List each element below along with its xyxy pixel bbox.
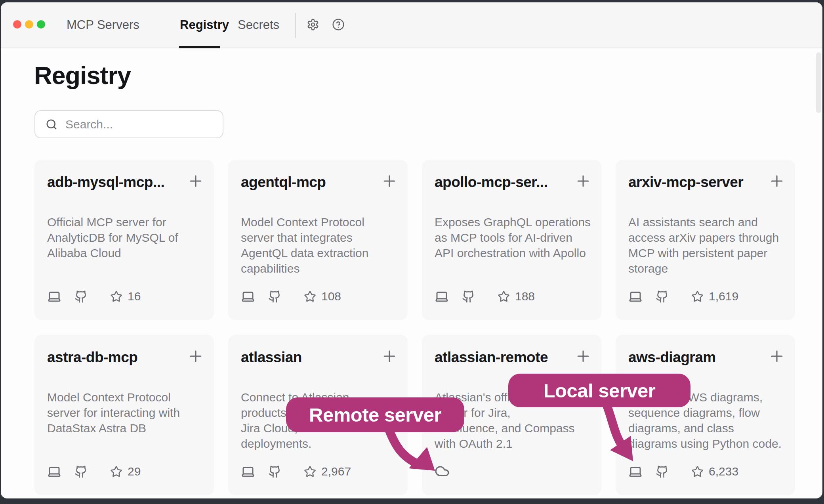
local-server-laptop-icon <box>628 289 643 304</box>
server-description: Model Context Protocol server that integ… <box>241 214 399 276</box>
server-card[interactable]: agentql-mcp Model Context Protocol serve… <box>228 160 408 320</box>
server-meta: 6,233 <box>628 464 738 479</box>
github-icon[interactable] <box>74 290 88 303</box>
server-description: Model Context Protocol server for intera… <box>47 389 206 436</box>
desktop-background: MCP Servers Registry Secrets Registry ad… <box>0 0 824 504</box>
add-server-button[interactable] <box>574 172 592 190</box>
star-count: 2,967 <box>321 465 351 478</box>
star-count: 6,233 <box>709 465 738 478</box>
add-server-button[interactable] <box>187 347 204 365</box>
tab-mcp-servers[interactable]: MCP Servers <box>67 2 139 48</box>
plus-icon <box>381 172 398 190</box>
github-icon[interactable] <box>268 465 281 478</box>
local-server-laptop-icon <box>241 289 255 304</box>
server-name: arxiv-mcp-server <box>628 174 743 191</box>
add-server-button[interactable] <box>574 347 592 365</box>
github-icon[interactable] <box>268 290 281 303</box>
search-box[interactable] <box>34 110 223 138</box>
add-server-button[interactable] <box>768 347 786 365</box>
plus-icon <box>574 172 592 190</box>
page-title: Registry <box>34 61 131 90</box>
star-icon <box>498 290 510 303</box>
server-name: atlassian <box>241 349 302 366</box>
server-name: agentql-mcp <box>241 174 326 191</box>
server-name: adb-mysql-mcp... <box>47 174 164 191</box>
server-card[interactable]: aws-diagram Generate AWS diagrams, seque… <box>616 335 795 495</box>
server-card[interactable]: adb-mysql-mcp... Official MCP server for… <box>34 160 214 320</box>
local-server-laptop-icon <box>435 289 449 304</box>
server-meta: 2,967 <box>241 464 351 479</box>
registry-card-grid: adb-mysql-mcp... Official MCP server for… <box>34 160 795 495</box>
search-icon <box>46 118 57 130</box>
server-meta: 1,619 <box>628 289 738 304</box>
star-count: 29 <box>128 465 141 478</box>
local-server-laptop-icon <box>628 464 643 479</box>
server-card[interactable]: astra-db-mcp Model Context Protocol serv… <box>34 335 214 495</box>
server-card[interactable]: apollo-mcp-ser... Exposes GraphQL operat… <box>422 160 601 320</box>
plus-icon <box>768 172 786 190</box>
server-card[interactable]: arxiv-mcp-server AI assistants search an… <box>616 160 795 320</box>
minimize-window-button[interactable] <box>25 20 33 29</box>
active-tab-indicator <box>179 46 220 48</box>
local-server-callout: Local server <box>508 374 690 407</box>
star-count: 108 <box>321 290 341 303</box>
server-description: Exposes GraphQL operations as MCP tools … <box>435 214 593 261</box>
github-icon[interactable] <box>74 465 88 478</box>
tab-secrets[interactable]: Secrets <box>238 2 279 48</box>
server-meta: 108 <box>241 289 341 304</box>
help-icon[interactable] <box>332 18 345 31</box>
server-meta <box>435 464 450 479</box>
plus-icon <box>768 347 786 365</box>
server-name: atlassian-remote <box>435 349 548 366</box>
search-input[interactable] <box>65 118 208 131</box>
star-icon <box>110 466 122 478</box>
tab-registry[interactable]: Registry <box>180 2 229 48</box>
vertical-scrollbar[interactable] <box>816 52 821 113</box>
app-window: MCP Servers Registry Secrets Registry ad… <box>1 2 822 498</box>
server-name: astra-db-mcp <box>47 349 137 366</box>
settings-gear-icon[interactable] <box>307 18 319 31</box>
star-icon <box>304 290 316 303</box>
add-server-button[interactable] <box>381 347 398 365</box>
add-server-button[interactable] <box>381 172 398 190</box>
local-server-laptop-icon <box>241 464 255 479</box>
remote-server-callout: Remote server <box>286 397 464 432</box>
toolbar-divider <box>295 13 296 38</box>
plus-icon <box>574 347 592 365</box>
plus-icon <box>381 347 398 365</box>
server-description: AI assistants search and access arXiv pa… <box>628 214 787 276</box>
server-name: apollo-mcp-ser... <box>435 174 548 191</box>
github-icon[interactable] <box>462 290 475 303</box>
close-window-button[interactable] <box>13 20 21 29</box>
plus-icon <box>187 172 204 190</box>
add-server-button[interactable] <box>187 172 204 190</box>
star-icon <box>691 290 704 303</box>
github-icon[interactable] <box>656 290 669 303</box>
star-count: 16 <box>128 290 141 303</box>
remote-server-cloud-icon <box>435 464 450 479</box>
server-description: Official MCP server for AnalyticDB for M… <box>47 214 206 261</box>
star-count: 188 <box>515 290 535 303</box>
github-icon[interactable] <box>656 465 669 478</box>
server-name: aws-diagram <box>628 349 716 366</box>
star-count: 1,619 <box>709 290 738 303</box>
add-server-button[interactable] <box>768 172 786 190</box>
title-bar: MCP Servers Registry Secrets <box>1 2 822 48</box>
star-icon <box>304 466 316 478</box>
server-meta: 188 <box>435 289 535 304</box>
local-server-laptop-icon <box>47 464 61 479</box>
server-meta: 29 <box>47 464 141 479</box>
server-meta: 16 <box>47 289 141 304</box>
star-icon <box>691 466 704 478</box>
zoom-window-button[interactable] <box>37 20 45 29</box>
star-icon <box>110 290 122 303</box>
plus-icon <box>187 347 204 365</box>
local-server-laptop-icon <box>47 289 61 304</box>
